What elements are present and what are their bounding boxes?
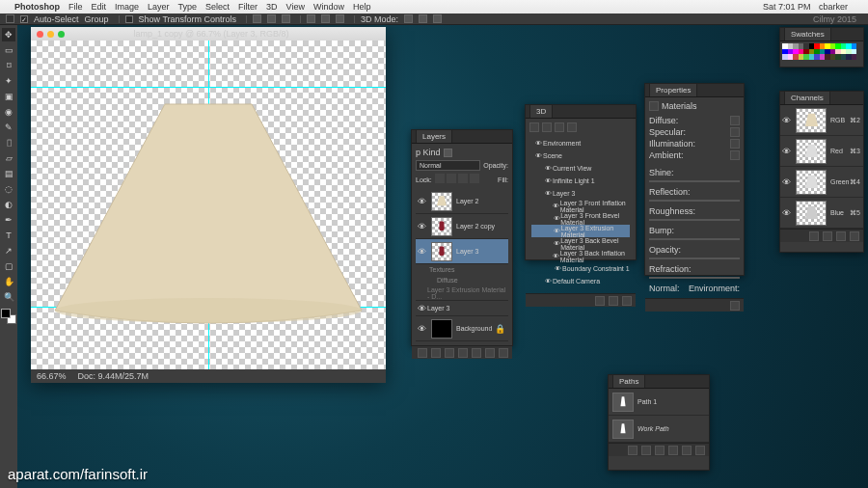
layer-thumbnail[interactable] <box>431 192 452 211</box>
channels-tab[interactable]: Channels <box>784 91 830 104</box>
shape-tool[interactable]: ▢ <box>2 259 15 273</box>
3d-orbit-icon[interactable] <box>404 14 413 23</box>
3d-node[interactable]: 👁Layer 3 Front Inflation Material <box>531 200 630 212</box>
channel-row[interactable]: 👁 Green ⌘4 <box>780 167 863 198</box>
menu-layer[interactable]: Layer <box>148 2 170 12</box>
opacity-slider[interactable] <box>649 258 740 259</box>
hand-tool[interactable]: ✋ <box>2 275 15 288</box>
swatches-tab[interactable]: Swatches <box>784 27 831 41</box>
mask-icon[interactable] <box>445 348 454 358</box>
3d-node[interactable]: 👁Layer 3 Front Bevel Material <box>531 212 630 225</box>
lock-all-icon[interactable] <box>470 174 479 183</box>
reflection-slider[interactable] <box>649 200 740 202</box>
roughness-slider[interactable] <box>649 219 740 221</box>
texture-row[interactable]: Layer 3 Extrusion Material - D... <box>416 285 508 301</box>
zoom-icon[interactable] <box>58 31 65 38</box>
3d-node[interactable]: 👁Layer 3 <box>531 187 630 200</box>
path-name[interactable]: Path 1 <box>637 398 709 405</box>
zoom-tool[interactable]: 🔍 <box>2 290 15 304</box>
distribute-icon[interactable] <box>307 14 315 23</box>
swatch[interactable] <box>852 54 857 60</box>
3d-node[interactable]: 👁Environment <box>531 137 630 149</box>
visibility-icon[interactable]: 👁 <box>416 247 427 257</box>
menu-image[interactable]: Image <box>115 2 139 12</box>
visibility-icon[interactable]: 👁 <box>780 208 792 218</box>
align-icon-3[interactable] <box>282 14 290 23</box>
gradient-tool[interactable]: ▤ <box>2 167 15 180</box>
layer-thumbnail[interactable] <box>431 217 452 236</box>
menu-window[interactable]: Window <box>313 2 344 12</box>
3d-filter-mesh-icon[interactable] <box>542 122 552 132</box>
dodge-tool[interactable]: ◐ <box>2 198 15 211</box>
trash-icon[interactable] <box>499 348 508 358</box>
background-row[interactable]: 👁 Background 🔒 <box>416 316 508 341</box>
3d-filter-scene-icon[interactable] <box>529 122 539 132</box>
minimize-icon[interactable] <box>47 31 54 38</box>
brush-tool[interactable]: ✎ <box>2 121 15 134</box>
stamp-tool[interactable]: ⌷ <box>2 136 15 149</box>
layer-name[interactable]: Background <box>456 325 495 332</box>
distribute-icon-2[interactable] <box>321 14 330 23</box>
3d-node[interactable]: 👁Boundary Constraint 1 <box>531 262 630 275</box>
visibility-icon[interactable]: 👁 <box>416 304 427 313</box>
path-row[interactable]: Path 1 <box>609 389 709 416</box>
menu-select[interactable]: Select <box>205 2 230 12</box>
fill-path-icon[interactable] <box>628 446 637 455</box>
menu-help[interactable]: Help <box>353 2 371 12</box>
3d-node[interactable]: 👁Layer 3 Extrusion Material <box>531 225 630 237</box>
3d-node[interactable]: 👁Scene <box>531 149 630 162</box>
transform-checkbox[interactable] <box>125 15 133 23</box>
sub-layer-name[interactable]: Layer 3 <box>427 305 508 312</box>
lasso-tool[interactable]: ⌑ <box>2 59 15 72</box>
app-name[interactable]: Photoshop <box>14 2 60 12</box>
close-icon[interactable] <box>37 31 43 38</box>
filter-icon[interactable] <box>444 149 452 157</box>
3d-filter-light-icon[interactable] <box>567 122 577 132</box>
new-path-icon[interactable] <box>682 446 692 455</box>
fx-icon[interactable] <box>431 348 441 358</box>
3d-render-icon[interactable] <box>595 296 605 306</box>
color-swatches[interactable] <box>1 309 16 324</box>
layer-thumbnail[interactable] <box>431 242 452 261</box>
channel-row[interactable]: 👁 RGB ⌘2 <box>780 105 863 136</box>
layer-thumbnail[interactable] <box>431 319 452 339</box>
sub-layer-row[interactable]: 👁 Layer 3 <box>416 301 508 316</box>
texture-name[interactable]: Layer 3 Extrusion Material - D... <box>427 286 508 300</box>
channels-panel[interactable]: Channels 👁 RGB ⌘2 👁 Red ⌘3 👁 Green ⌘4 👁 … <box>779 91 864 253</box>
paths-panel[interactable]: Paths Path 1 Work Path <box>608 374 710 471</box>
link-icon[interactable] <box>418 348 427 358</box>
document-canvas[interactable] <box>31 41 386 369</box>
auto-select-target[interactable]: Group <box>85 14 109 24</box>
3d-node[interactable]: 👁Default Camera <box>531 275 630 287</box>
adjustment-icon[interactable] <box>458 348 468 358</box>
3d-filter-material-icon[interactable] <box>555 122 564 132</box>
3d-node[interactable]: 👁Current View <box>531 162 630 175</box>
3d-pan-icon[interactable] <box>419 14 427 23</box>
paths-tab[interactable]: Paths <box>612 374 645 388</box>
move-tool[interactable]: ✥ <box>2 28 15 41</box>
3d-node[interactable]: 👁Layer 3 Back Bevel Material <box>531 237 630 250</box>
color-swatch[interactable] <box>730 127 740 137</box>
make-workpath-icon[interactable] <box>668 446 678 455</box>
color-swatch[interactable] <box>730 150 740 160</box>
lock-transparency-icon[interactable] <box>435 174 445 183</box>
channel-row[interactable]: 👁 Red ⌘3 <box>780 136 863 167</box>
menu-filter[interactable]: Filter <box>238 2 258 12</box>
bump-slider[interactable] <box>649 238 740 240</box>
blur-tool[interactable]: ◌ <box>2 182 15 196</box>
trash-icon[interactable] <box>622 296 632 306</box>
marquee-tool[interactable]: ▭ <box>2 43 15 57</box>
visibility-icon[interactable]: 👁 <box>780 116 792 125</box>
3d-node[interactable]: 👁Layer 3 Back Inflation Material <box>531 250 630 262</box>
layer-name[interactable]: Layer 2 copy <box>456 223 508 230</box>
shine-slider[interactable] <box>649 180 740 182</box>
trash-icon[interactable] <box>695 446 705 455</box>
visibility-icon[interactable]: 👁 <box>780 147 792 156</box>
new-channel-icon[interactable] <box>836 231 846 241</box>
trash-icon[interactable] <box>850 231 859 241</box>
layer-kind-filter[interactable]: p Kind <box>416 148 441 157</box>
auto-select-checkbox[interactable] <box>20 15 28 23</box>
zoom-level[interactable]: 66.67% <box>37 371 67 381</box>
layer-name[interactable]: Layer 2 <box>456 198 508 204</box>
3d-slide-icon[interactable] <box>433 14 442 23</box>
